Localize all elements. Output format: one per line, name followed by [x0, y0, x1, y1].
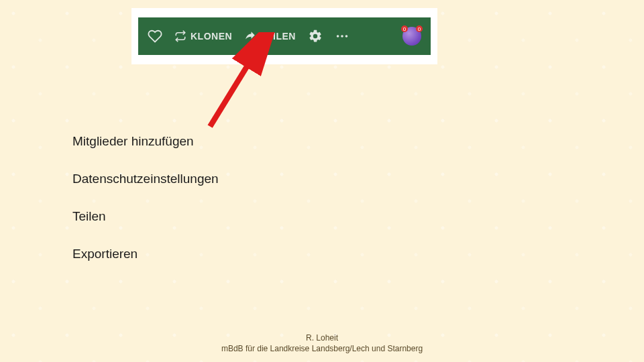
more-icon[interactable] [335, 29, 350, 44]
repeat-icon [174, 30, 186, 42]
toolbar: KLONEN TEILEN [138, 17, 431, 55]
menu-list: Mitglieder hinzufügen Datenschutzeinstel… [72, 134, 219, 284]
clone-label: KLONEN [191, 31, 232, 42]
heart-icon[interactable] [148, 29, 162, 44]
share-button[interactable]: TEILEN [244, 30, 296, 42]
menu-item-add-members: Mitglieder hinzufügen [72, 134, 219, 149]
svg-point-0 [337, 35, 339, 38]
footer-author: R. Loheit [0, 333, 644, 343]
svg-point-2 [345, 35, 347, 38]
footer-role: mBdB für die Landkreise Landsberg/Lech u… [0, 343, 644, 354]
menu-item-share: Teilen [72, 209, 219, 224]
gear-icon[interactable] [308, 29, 323, 44]
svg-point-1 [341, 35, 343, 38]
menu-item-export: Exportieren [72, 247, 219, 261]
footer: R. Loheit mBdB für die Landkreise Landsb… [0, 333, 644, 354]
clone-button[interactable]: KLONEN [174, 30, 232, 42]
share-arrow-icon [244, 30, 256, 42]
toolbar-screenshot: KLONEN TEILEN [131, 8, 437, 64]
avatar[interactable] [402, 27, 421, 46]
share-label: TEILEN [260, 31, 296, 42]
menu-item-privacy: Datenschutzeinstellungen [72, 172, 219, 186]
